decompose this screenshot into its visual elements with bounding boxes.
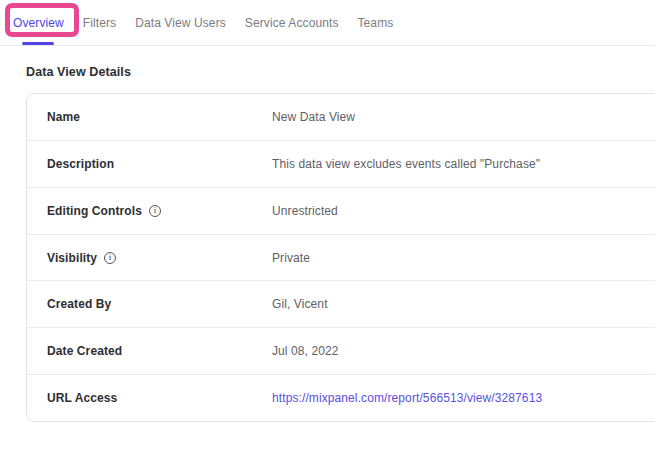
row-value-created-by: Gil, Vicent [272,297,328,311]
row-label-description: Description [47,157,272,171]
url-access-link[interactable]: https://mixpanel.com/report/566513/view/… [272,391,542,405]
row-value-editing-controls: Unrestricted [272,204,338,218]
tab-service-accounts[interactable]: Service Accounts [245,0,339,45]
info-icon[interactable]: i [104,252,116,264]
table-row-created-by: Created By Gil, Vicent [27,281,655,328]
tab-service-accounts-label: Service Accounts [245,16,339,30]
row-label-url-access: URL Access [47,391,272,405]
row-label-created-by: Created By [47,297,272,311]
row-value-date-created: Jul 08, 2022 [272,344,339,358]
tab-data-view-users-label: Data View Users [135,16,226,30]
tab-data-view-users[interactable]: Data View Users [135,0,226,45]
row-value-description: This data view excludes events called "P… [272,157,540,171]
tab-teams-label: Teams [358,16,394,30]
row-label-name: Name [47,110,272,124]
row-value-name: New Data View [272,110,355,124]
table-row-description: Description This data view excludes even… [27,141,655,188]
data-view-details-card: Name New Data View Description This data… [26,93,655,422]
table-row-url-access: URL Access https://mixpanel.com/report/5… [27,375,655,421]
tab-overview-label: Overview [13,16,64,30]
table-row-editing-controls: Editing Controls i Unrestricted [27,188,655,235]
tab-filters-label: Filters [83,16,116,30]
row-label-date-created: Date Created [47,344,272,358]
page-title: Data View Details [26,65,131,79]
tab-overview[interactable]: Overview [13,0,64,45]
table-row-date-created: Date Created Jul 08, 2022 [27,328,655,375]
row-value-visibility: Private [272,251,310,265]
tab-teams[interactable]: Teams [358,0,394,45]
table-row-name: Name New Data View [27,94,655,141]
table-row-visibility: Visibility i Private [27,235,655,282]
row-label-visibility: Visibility i [47,251,272,265]
tab-filters[interactable]: Filters [83,0,116,45]
active-tab-indicator [22,42,54,45]
settings-page: Overview Filters Data View Users Service… [0,0,655,466]
info-icon[interactable]: i [149,205,161,217]
tab-bar: Overview Filters Data View Users Service… [0,0,655,46]
row-label-editing-controls: Editing Controls i [47,204,272,218]
